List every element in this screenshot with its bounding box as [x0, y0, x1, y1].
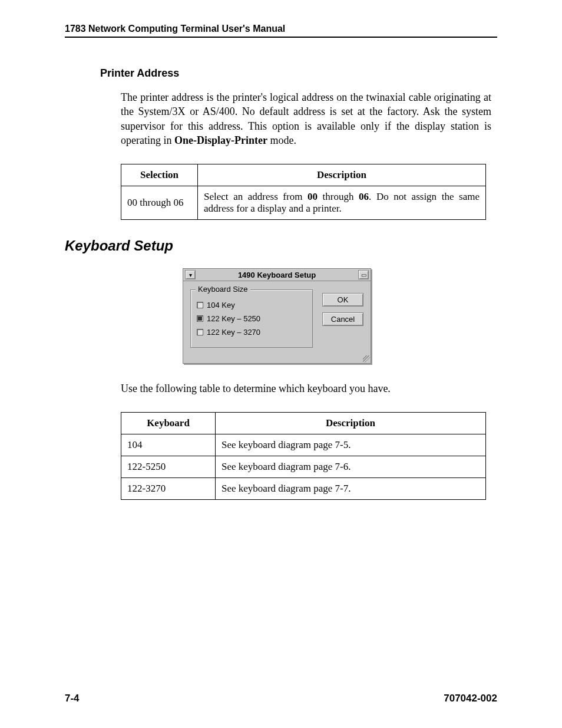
cell-keyboard: 104	[121, 434, 216, 456]
para-text-post: mode.	[267, 134, 296, 146]
radio-icon	[197, 329, 203, 335]
col-header-selection: Selection	[121, 164, 198, 186]
system-menu-icon[interactable]: ▾	[185, 270, 196, 279]
cell-description: Select an address from 00 through 06. Do…	[198, 186, 486, 220]
desc-mid: through	[318, 191, 359, 202]
page-footer: 7-4 707042-002	[65, 693, 497, 704]
cell-selection: 00 through 06	[121, 186, 198, 220]
printer-address-paragraph: The printer address is the printer's log…	[121, 90, 491, 147]
radio-122-key-5250[interactable]: 122 Key – 5250	[197, 314, 306, 323]
cancel-button[interactable]: Cancel	[322, 312, 363, 326]
table-row: 00 through 06 Select an address from 00 …	[121, 186, 486, 220]
col-header-description: Description	[198, 164, 486, 186]
cell-keyboard: 122-5250	[121, 456, 216, 478]
radio-122-key-3270[interactable]: 122 Key – 3270	[197, 328, 306, 337]
radio-104-key[interactable]: 104 Key	[197, 301, 306, 309]
col-header-keyboard: Keyboard	[121, 413, 216, 434]
radio-label: 122 Key – 3270	[207, 328, 260, 337]
dialog-titlebar: ▾ 1490 Keyboard Setup ▭	[183, 269, 371, 281]
dialog-title: 1490 Keyboard Setup	[196, 271, 358, 279]
printer-address-table: Selection Description 00 through 06 Sele…	[121, 164, 486, 220]
table-row: 122-5250 See keyboard diagram page 7-6.	[121, 456, 486, 478]
document-number: 707042-002	[444, 693, 497, 704]
keyboard-followup-paragraph: Use the following table to determine whi…	[121, 381, 491, 396]
desc-b2: 06	[359, 191, 369, 202]
table-row: 104 See keyboard diagram page 7-5.	[121, 434, 486, 456]
section-title-keyboard-setup: Keyboard Setup	[65, 238, 497, 254]
ok-button[interactable]: OK	[322, 293, 363, 307]
dialog-statusbar	[183, 360, 371, 363]
table-row: 122-3270 See keyboard diagram page 7-7.	[121, 478, 486, 500]
table-header-row: Keyboard Description	[121, 413, 486, 434]
subsection-title-printer-address: Printer Address	[100, 67, 497, 80]
cell-keyboard: 122-3270	[121, 478, 216, 500]
maximize-icon[interactable]: ▭	[358, 270, 369, 279]
cell-description: See keyboard diagram page 7-6.	[216, 456, 486, 478]
running-header: 1783 Network Computing Terminal User's M…	[65, 24, 497, 38]
desc-b1: 00	[308, 191, 318, 202]
cell-description: See keyboard diagram page 7-5.	[216, 434, 486, 456]
keyboard-setup-dialog-screenshot: ▾ 1490 Keyboard Setup ▭ Keyboard Size 10…	[183, 268, 371, 364]
table-header-row: Selection Description	[121, 164, 486, 186]
radio-icon	[197, 302, 203, 308]
col-header-description: Description	[216, 413, 486, 434]
radio-label: 104 Key	[207, 301, 235, 309]
dialog-window: ▾ 1490 Keyboard Setup ▭ Keyboard Size 10…	[183, 268, 371, 364]
cell-description: See keyboard diagram page 7-7.	[216, 478, 486, 500]
resize-grip-icon[interactable]	[363, 355, 370, 363]
radio-icon	[197, 315, 203, 322]
para-text-bold: One-Display-Printer	[174, 134, 267, 146]
group-legend: Keyboard Size	[196, 285, 250, 294]
keyboard-size-group: Keyboard Size 104 Key 122 Key – 5250 122…	[190, 289, 313, 348]
radio-label: 122 Key – 5250	[207, 314, 260, 323]
desc-pre: Select an address from	[204, 191, 308, 202]
keyboard-table: Keyboard Description 104 See keyboard di…	[121, 412, 486, 500]
dialog-body: Keyboard Size 104 Key 122 Key – 5250 122…	[183, 281, 371, 360]
dialog-button-column: OK Cancel	[322, 293, 363, 348]
page-number: 7-4	[65, 693, 80, 704]
